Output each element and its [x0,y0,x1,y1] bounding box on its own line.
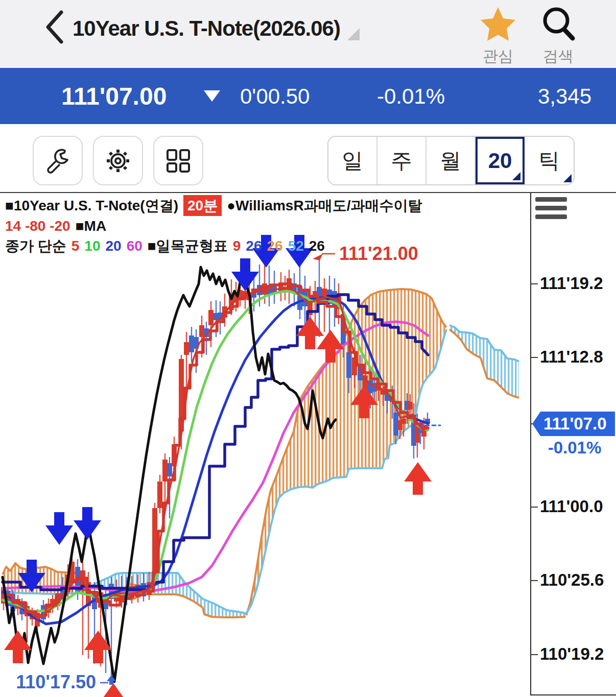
price-summary-bar: 111'07.00 0'00.50 -0.01% 3,345 [0,68,616,124]
legend-item: 20분 [183,195,222,216]
axis-label: 110'25.6 [540,570,604,590]
legend-item: ●WilliamsR과매도/과매수이탈 [227,198,422,213]
dropdown-triangle-icon [347,28,360,40]
settings-button[interactable] [93,136,143,185]
legend-item: ■일목균형표 [148,238,228,254]
price-axis-panel: 111'19.2111'12.8111'00.0110'25.6110'19.2… [530,193,616,695]
current-price-badge: 111'07.0 [532,412,615,436]
favorites-label: 관심 [475,46,521,67]
price-change: 0'00.50 [240,84,310,109]
page-title: 10Year U.S. T-Note(2026.06) [73,16,340,41]
legend-item: 60 [127,238,143,254]
legend-item: 종가 단순 [5,238,66,254]
timeframe-월[interactable]: 월 [427,137,476,184]
dropdown-triangle-icon [512,172,520,180]
price-chart[interactable]: 111'21.00110'17.50 [0,193,530,697]
timeframe-segmented-control: 일주월20틱 [327,136,575,185]
search-button[interactable]: 검색 [535,6,581,67]
instrument-selector[interactable]: 10Year U.S. T-Note(2026.06) [73,13,360,44]
chart-legend: ■10Year U.S. T-Note(연결)20분●WilliamsR과매도/… [5,195,526,256]
down-triangle-icon [204,90,220,102]
search-label: 검색 [535,46,581,67]
back-button[interactable] [43,9,66,45]
timeframe-일[interactable]: 일 [328,137,377,184]
price-change-percent: -0.01% [377,84,445,109]
timeframe-틱[interactable]: 틱 [525,137,574,184]
header: 10Year U.S. T-Note(2026.06) 관심 검색 [0,0,616,68]
menu-icon[interactable] [535,197,567,222]
badge-percent: -0.01% [536,438,613,458]
tools-button[interactable] [33,136,83,185]
volume: 3,345 [531,84,591,109]
legend-item: 26 [309,238,325,254]
axis-label: 111'19.2 [540,274,603,293]
dropdown-triangle-icon [563,174,572,182]
badge-price: 111'07.0 [543,414,607,434]
legend-item: 9 [233,238,241,254]
legend-item: 26 [267,238,282,254]
search-icon [540,6,577,41]
legend-item: 14 -80 -20 [5,218,70,234]
legend-item: 20 [106,238,122,254]
favorites-button[interactable]: 관심 [475,6,521,67]
legend-item: 10 [84,238,100,254]
gear-icon [104,147,132,175]
star-icon [480,6,516,41]
layout-button[interactable] [153,136,203,185]
axis-label: 111'12.8 [540,347,603,367]
legend-item: 5 [72,238,80,254]
legend-item: ■10Year U.S. T-Note(연결) [5,198,178,213]
legend-item: ■MA [76,218,106,234]
timeframe-주[interactable]: 주 [377,137,427,184]
grid-icon [165,148,192,174]
axis-label: 110'19.2 [540,644,604,664]
axis-label: 111'00.0 [540,497,603,516]
legend-item: 52 [288,238,304,254]
wrench-icon [44,148,71,174]
svg-text:110'17.50: 110'17.50 [16,671,96,692]
trading-app: 10Year U.S. T-Note(2026.06) 관심 검색 111'07… [0,0,616,697]
current-price: 111'07.00 [61,82,167,110]
timeframe-20[interactable]: 20 [476,137,525,184]
legend-item: 26 [246,238,262,254]
